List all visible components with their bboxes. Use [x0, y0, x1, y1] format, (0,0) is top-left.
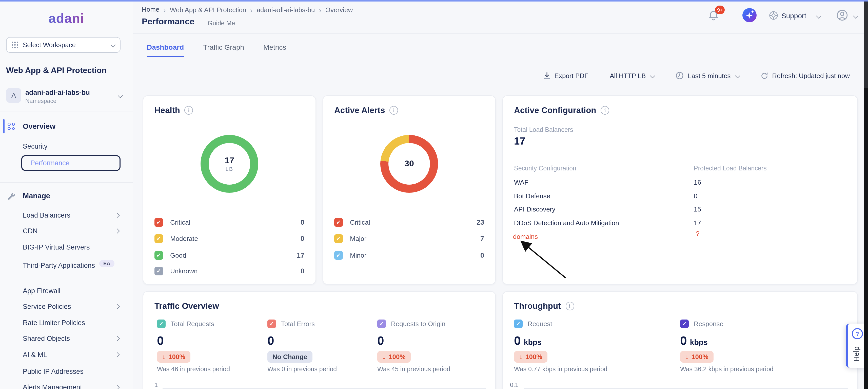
notification-count-badge: 9+: [715, 6, 725, 14]
scrollbar-thumb[interactable]: [864, 2, 868, 88]
tab-metrics[interactable]: Metrics: [264, 43, 286, 57]
check-icon: ✓: [270, 321, 274, 327]
traffic-overview-card: Traffic Overview ✓ Total Requests 0 ↓ 10…: [143, 291, 496, 389]
help-tab[interactable]: ? Help: [846, 324, 864, 368]
dashboard-controls: Export PDF All HTTP LB Last 5 minutes Re…: [544, 72, 850, 80]
chevron-down-icon: [735, 73, 740, 78]
tab-traffic-graph[interactable]: Traffic Graph: [203, 43, 244, 57]
change-value: 100%: [525, 353, 542, 361]
checkbox-checked-icon[interactable]: ✓: [377, 319, 386, 328]
sidebar-item-public-ip-addresses[interactable]: Public IP Addresses: [23, 368, 84, 375]
security-configuration-column-header: Security Configuration: [514, 165, 576, 172]
metric-unit: kbps: [524, 338, 541, 346]
chevron-down-icon: [816, 13, 821, 19]
sidebar-item-performance[interactable]: Performance: [21, 155, 121, 171]
legend-value: 0: [301, 267, 304, 275]
chevron-down-icon: [650, 73, 655, 78]
sidebar-item-load-balancers[interactable]: Load Balancers: [23, 212, 70, 219]
sidebar-item-security[interactable]: Security: [23, 142, 48, 150]
guide-me-link[interactable]: Guide Me: [208, 20, 235, 27]
info-icon[interactable]: i: [565, 302, 574, 310]
sidebar-item-bigip-virtual-servers[interactable]: BIG-IP Virtual Servers: [23, 244, 90, 251]
breadcrumb-waap[interactable]: Web App & API Protection: [170, 6, 246, 14]
sidebar-section-title: Web App & API Protection: [6, 66, 106, 75]
tab-dashboard[interactable]: Dashboard: [147, 43, 184, 57]
throughput-card-title: Throughput: [514, 301, 561, 311]
config-row-name: API Discovery: [514, 205, 555, 213]
checkbox-checked-icon[interactable]: ✓: [514, 319, 523, 328]
help-tab-label: Help: [852, 346, 860, 362]
sidebar-item-third-party-applications[interactable]: Third-Party Applications: [23, 260, 99, 271]
lb-filter-label: All HTTP LB: [610, 72, 646, 79]
active-nav-indicator: [3, 119, 5, 133]
arrow-down-icon: ↓: [162, 353, 165, 361]
legend-row-minor: ✓ Minor 0: [334, 249, 484, 262]
time-range-dropdown[interactable]: Last 5 minutes: [676, 72, 739, 80]
refresh-button[interactable]: Refresh: Updated just now: [761, 72, 850, 79]
metric-label: Total Requests: [170, 320, 214, 328]
ea-badge: EA: [99, 260, 115, 267]
sidebar-item-app-firewall[interactable]: App Firewall: [23, 287, 61, 295]
chevron-right-icon: [115, 228, 120, 233]
checkbox-checked-icon[interactable]: ✓: [334, 234, 343, 243]
checkbox-checked-icon[interactable]: ✓: [268, 319, 276, 328]
metric-unit: kbps: [690, 338, 708, 346]
sidebar-item-overview[interactable]: Overview: [23, 122, 56, 130]
overview-grid-icon: [8, 123, 15, 130]
breadcrumb-overview: Overview: [326, 6, 353, 14]
checkbox-checked-icon[interactable]: ✓: [154, 234, 163, 243]
check-icon: ✓: [156, 252, 161, 258]
legend-value: 17: [297, 251, 304, 259]
user-avatar-icon[interactable]: [836, 9, 849, 22]
help-question-icon: ?: [852, 328, 863, 339]
clock-icon: [676, 72, 684, 80]
chevron-right-icon: [115, 213, 120, 218]
sidebar-item-rate-limiter-policies[interactable]: Rate Limiter Policies: [23, 319, 85, 327]
breadcrumb-separator: ›: [163, 6, 165, 14]
breadcrumb-home[interactable]: Home: [142, 6, 159, 14]
divider: [730, 10, 730, 21]
breadcrumb: Home › Web App & API Protection › adani-…: [142, 6, 353, 14]
support-menu[interactable]: Support: [781, 12, 806, 20]
chevron-down-icon: [111, 43, 116, 48]
checkbox-checked-icon[interactable]: ✓: [154, 267, 163, 275]
refresh-label: Refresh: Updated just now: [772, 72, 850, 79]
active-alerts-card: Active Alerts i 30 ✓ Critical 23 ✓ Major…: [322, 95, 496, 284]
checkbox-checked-icon[interactable]: ✓: [334, 218, 343, 226]
page-title: Performance: [142, 17, 194, 27]
check-icon: ✓: [336, 252, 341, 258]
checkbox-checked-icon[interactable]: ✓: [154, 251, 163, 259]
checkbox-checked-icon[interactable]: ✓: [154, 218, 163, 226]
sidebar-item-ai-ml[interactable]: AI & ML: [23, 351, 47, 359]
workspace-selector[interactable]: Select Workspace: [6, 37, 121, 53]
sidebar-item-cdn[interactable]: CDN: [23, 227, 38, 235]
checkbox-checked-icon[interactable]: ✓: [680, 319, 689, 328]
lb-filter-dropdown[interactable]: All HTTP LB: [610, 72, 655, 79]
namespace-chevron-icon[interactable]: [118, 93, 123, 98]
arrow-down-icon: ↓: [519, 353, 522, 361]
health-card: Health i 17 LB ✓ Critical 0 ✓ Moderate 0…: [143, 95, 316, 284]
sidebar-item-service-policies[interactable]: Service Policies: [23, 303, 71, 310]
active-configuration-card: Active Configuration i Total Load Balanc…: [502, 95, 858, 284]
chevron-right-icon: [115, 336, 120, 341]
health-donut-center: 17 LB: [200, 135, 258, 193]
metric-value: 0: [377, 334, 384, 348]
metric-label: Requests to Origin: [391, 320, 445, 328]
config-row-name: Bot Defense: [514, 192, 550, 200]
breadcrumb-namespace[interactable]: adani-adl-ai-labs-bu: [257, 6, 315, 14]
alerts-donut-center: 30: [380, 135, 438, 193]
checkbox-checked-icon[interactable]: ✓: [334, 251, 343, 259]
info-icon[interactable]: i: [601, 106, 610, 115]
health-total-value: 17: [225, 156, 234, 166]
header-divider: [133, 33, 864, 34]
namespace-type-label: Namespace: [25, 98, 57, 104]
change-badge: No Change: [268, 351, 312, 363]
info-icon[interactable]: i: [390, 106, 398, 115]
export-pdf-button[interactable]: Export PDF: [544, 72, 588, 79]
checkbox-checked-icon[interactable]: ✓: [157, 319, 165, 328]
sidebar-item-shared-objects[interactable]: Shared Objects: [23, 335, 70, 342]
info-icon[interactable]: i: [185, 106, 193, 115]
sidebar-item-alerts-management[interactable]: Alerts Management: [23, 383, 82, 389]
ai-assistant-button[interactable]: [742, 8, 756, 22]
check-icon: ✓: [336, 235, 341, 241]
